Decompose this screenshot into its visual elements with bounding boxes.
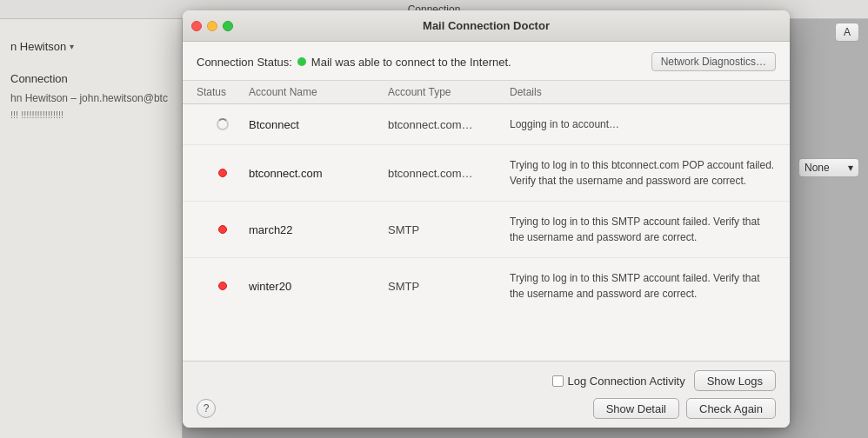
sidebar-user-label: n Hewitson [10, 40, 66, 53]
sidebar-item-account: hn Hewitson – john.hewitson@btc [0, 89, 182, 108]
row-status-spinner [197, 118, 249, 130]
row-account-type: SMTP [388, 280, 510, 293]
close-button[interactable] [191, 21, 202, 31]
log-label: Log Connection Activity [568, 375, 685, 388]
none-label: None [805, 162, 830, 174]
table-row: march22 SMTP Trying to log in to this SM… [183, 202, 790, 258]
row-status-error [197, 282, 249, 290]
row-details: Logging in to account… [510, 116, 776, 132]
row-details: Trying to log in to this btconnect.com P… [510, 157, 776, 189]
table-row: winter20 SMTP Trying to log in to this S… [183, 258, 790, 314]
modal-window: Mail Connection Doctor Connection Status… [183, 10, 790, 428]
sidebar-section-title: Connection [10, 72, 171, 85]
check-again-button[interactable]: Check Again [686, 398, 776, 419]
status-dot-green [297, 57, 306, 66]
footer-bottom-row: ? Show Detail Check Again [197, 398, 776, 419]
col-header-account-type: Account Type [388, 86, 510, 98]
sidebar-section-connection: Connection [0, 58, 182, 89]
row-account-name: Btconnect [249, 118, 388, 131]
help-button[interactable]: ? [197, 399, 216, 418]
right-edge-button[interactable]: A [835, 23, 859, 42]
modal-titlebar: Mail Connection Doctor [183, 10, 790, 42]
error-dot-icon [218, 225, 227, 234]
row-account-type: SMTP [388, 223, 510, 236]
chevron-down-icon: ▾ [70, 42, 74, 51]
accounts-table: Status Account Name Account Type Details… [183, 81, 790, 361]
sidebar-item-sub: !!! !!!!!!!!!!!!!!!! [0, 108, 182, 122]
row-account-name: btconnect.com [249, 167, 388, 180]
chevron-down-icon: ▾ [848, 162, 853, 174]
col-header-account-name: Account Name [249, 86, 388, 98]
log-checkbox[interactable] [552, 375, 564, 387]
connection-status-label: Connection Status: [197, 56, 292, 69]
row-account-name: winter20 [249, 280, 388, 293]
show-detail-button[interactable]: Show Detail [593, 398, 679, 419]
error-dot-icon [218, 282, 227, 290]
spinner-icon [217, 118, 229, 130]
row-details: Trying to log in to this SMTP account fa… [510, 214, 776, 245]
modal-body: Connection Status: Mail was able to conn… [183, 42, 790, 428]
connection-status-left: Connection Status: Mail was able to conn… [197, 56, 511, 69]
network-diagnostics-button[interactable]: Network Diagnostics… [651, 52, 776, 71]
table-header: Status Account Name Account Type Details [183, 81, 790, 104]
modal-title: Mail Connection Doctor [423, 19, 550, 32]
none-dropdown[interactable]: None ▾ [798, 158, 859, 177]
row-status-error [197, 225, 249, 234]
footer-top-row: Log Connection Activity Show Logs [197, 370, 776, 391]
zoom-button[interactable] [223, 21, 233, 31]
row-account-name: march22 [249, 223, 388, 236]
row-details: Trying to log in to this SMTP account fa… [510, 270, 776, 302]
right-edge-label: A [844, 26, 851, 38]
error-dot-icon [218, 169, 227, 177]
col-header-status: Status [197, 86, 249, 98]
sidebar: n Hewitson ▾ Connection hn Hewitson – jo… [0, 0, 183, 438]
show-logs-button[interactable]: Show Logs [694, 370, 776, 391]
table-row: Btconnect btconnect.com… Logging in to a… [183, 104, 790, 145]
table-row: btconnect.com btconnect.com… Trying to l… [183, 145, 790, 202]
footer-right-group: Show Detail Check Again [593, 398, 776, 419]
minimize-button[interactable] [207, 21, 217, 31]
col-header-details: Details [510, 86, 776, 98]
connection-status-text: Mail was able to connect to the Internet… [311, 56, 511, 69]
row-account-type: btconnect.com… [388, 167, 510, 180]
row-status-error [197, 169, 249, 177]
log-checkbox-label[interactable]: Log Connection Activity [552, 375, 685, 388]
traffic-lights [191, 21, 233, 31]
sidebar-header[interactable]: n Hewitson ▾ [0, 35, 182, 58]
connection-status-bar: Connection Status: Mail was able to conn… [183, 42, 790, 81]
row-account-type: btconnect.com… [388, 118, 510, 131]
modal-footer: Log Connection Activity Show Logs ? Show… [183, 361, 790, 428]
